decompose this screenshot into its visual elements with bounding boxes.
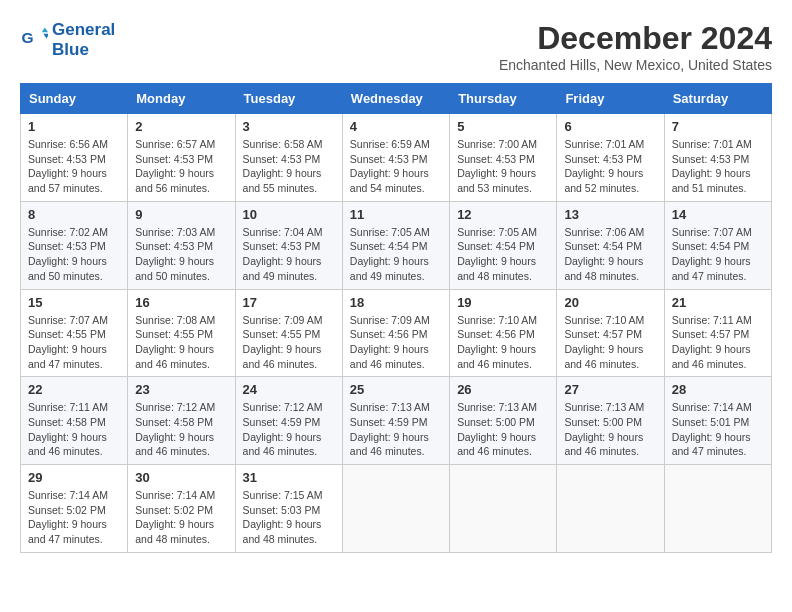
- day-detail: Sunrise: 7:13 AM Sunset: 5:00 PM Dayligh…: [457, 400, 549, 459]
- day-number: 18: [350, 295, 442, 310]
- empty-cell: [664, 465, 771, 553]
- day-detail: Sunrise: 7:03 AM Sunset: 4:53 PM Dayligh…: [135, 225, 227, 284]
- day-cell-31: 31Sunrise: 7:15 AM Sunset: 5:03 PM Dayli…: [235, 465, 342, 553]
- week-row-2: 8Sunrise: 7:02 AM Sunset: 4:53 PM Daylig…: [21, 201, 772, 289]
- day-number: 9: [135, 207, 227, 222]
- day-number: 6: [564, 119, 656, 134]
- day-detail: Sunrise: 6:56 AM Sunset: 4:53 PM Dayligh…: [28, 137, 120, 196]
- day-number: 27: [564, 382, 656, 397]
- day-cell-28: 28Sunrise: 7:14 AM Sunset: 5:01 PM Dayli…: [664, 377, 771, 465]
- day-cell-13: 13Sunrise: 7:06 AM Sunset: 4:54 PM Dayli…: [557, 201, 664, 289]
- empty-cell: [557, 465, 664, 553]
- day-number: 15: [28, 295, 120, 310]
- day-number: 10: [243, 207, 335, 222]
- day-detail: Sunrise: 7:11 AM Sunset: 4:58 PM Dayligh…: [28, 400, 120, 459]
- day-number: 12: [457, 207, 549, 222]
- day-number: 25: [350, 382, 442, 397]
- day-number: 4: [350, 119, 442, 134]
- header-wednesday: Wednesday: [342, 84, 449, 114]
- day-detail: Sunrise: 7:12 AM Sunset: 4:58 PM Dayligh…: [135, 400, 227, 459]
- day-number: 28: [672, 382, 764, 397]
- day-cell-6: 6Sunrise: 7:01 AM Sunset: 4:53 PM Daylig…: [557, 114, 664, 202]
- day-cell-18: 18Sunrise: 7:09 AM Sunset: 4:56 PM Dayli…: [342, 289, 449, 377]
- day-number: 31: [243, 470, 335, 485]
- page-header: G General Blue December 2024 Enchanted H…: [20, 20, 772, 73]
- day-number: 5: [457, 119, 549, 134]
- empty-cell: [450, 465, 557, 553]
- day-cell-1: 1Sunrise: 6:56 AM Sunset: 4:53 PM Daylig…: [21, 114, 128, 202]
- logo-text-line1: General: [52, 20, 115, 40]
- day-cell-15: 15Sunrise: 7:07 AM Sunset: 4:55 PM Dayli…: [21, 289, 128, 377]
- logo: G General Blue: [20, 20, 115, 60]
- calendar-header-row: SundayMondayTuesdayWednesdayThursdayFrid…: [21, 84, 772, 114]
- header-tuesday: Tuesday: [235, 84, 342, 114]
- location-subtitle: Enchanted Hills, New Mexico, United Stat…: [499, 57, 772, 73]
- header-friday: Friday: [557, 84, 664, 114]
- month-title: December 2024: [499, 20, 772, 57]
- day-number: 8: [28, 207, 120, 222]
- day-cell-24: 24Sunrise: 7:12 AM Sunset: 4:59 PM Dayli…: [235, 377, 342, 465]
- day-detail: Sunrise: 7:07 AM Sunset: 4:55 PM Dayligh…: [28, 313, 120, 372]
- day-cell-14: 14Sunrise: 7:07 AM Sunset: 4:54 PM Dayli…: [664, 201, 771, 289]
- day-number: 24: [243, 382, 335, 397]
- calendar-table: SundayMondayTuesdayWednesdayThursdayFrid…: [20, 83, 772, 553]
- day-detail: Sunrise: 7:05 AM Sunset: 4:54 PM Dayligh…: [457, 225, 549, 284]
- day-cell-9: 9Sunrise: 7:03 AM Sunset: 4:53 PM Daylig…: [128, 201, 235, 289]
- day-number: 21: [672, 295, 764, 310]
- day-detail: Sunrise: 7:04 AM Sunset: 4:53 PM Dayligh…: [243, 225, 335, 284]
- day-number: 20: [564, 295, 656, 310]
- day-detail: Sunrise: 7:07 AM Sunset: 4:54 PM Dayligh…: [672, 225, 764, 284]
- day-cell-4: 4Sunrise: 6:59 AM Sunset: 4:53 PM Daylig…: [342, 114, 449, 202]
- week-row-1: 1Sunrise: 6:56 AM Sunset: 4:53 PM Daylig…: [21, 114, 772, 202]
- day-number: 19: [457, 295, 549, 310]
- empty-cell: [342, 465, 449, 553]
- day-detail: Sunrise: 7:02 AM Sunset: 4:53 PM Dayligh…: [28, 225, 120, 284]
- day-cell-12: 12Sunrise: 7:05 AM Sunset: 4:54 PM Dayli…: [450, 201, 557, 289]
- week-row-4: 22Sunrise: 7:11 AM Sunset: 4:58 PM Dayli…: [21, 377, 772, 465]
- day-detail: Sunrise: 6:59 AM Sunset: 4:53 PM Dayligh…: [350, 137, 442, 196]
- day-detail: Sunrise: 7:13 AM Sunset: 5:00 PM Dayligh…: [564, 400, 656, 459]
- day-detail: Sunrise: 6:58 AM Sunset: 4:53 PM Dayligh…: [243, 137, 335, 196]
- day-cell-3: 3Sunrise: 6:58 AM Sunset: 4:53 PM Daylig…: [235, 114, 342, 202]
- svg-marker-2: [43, 34, 48, 39]
- day-cell-7: 7Sunrise: 7:01 AM Sunset: 4:53 PM Daylig…: [664, 114, 771, 202]
- day-cell-5: 5Sunrise: 7:00 AM Sunset: 4:53 PM Daylig…: [450, 114, 557, 202]
- logo-icon: G: [20, 26, 48, 54]
- day-number: 2: [135, 119, 227, 134]
- svg-text:G: G: [22, 29, 34, 46]
- day-detail: Sunrise: 7:10 AM Sunset: 4:57 PM Dayligh…: [564, 313, 656, 372]
- day-cell-11: 11Sunrise: 7:05 AM Sunset: 4:54 PM Dayli…: [342, 201, 449, 289]
- week-row-5: 29Sunrise: 7:14 AM Sunset: 5:02 PM Dayli…: [21, 465, 772, 553]
- day-detail: Sunrise: 7:14 AM Sunset: 5:02 PM Dayligh…: [135, 488, 227, 547]
- day-cell-19: 19Sunrise: 7:10 AM Sunset: 4:56 PM Dayli…: [450, 289, 557, 377]
- day-cell-27: 27Sunrise: 7:13 AM Sunset: 5:00 PM Dayli…: [557, 377, 664, 465]
- day-cell-30: 30Sunrise: 7:14 AM Sunset: 5:02 PM Dayli…: [128, 465, 235, 553]
- day-cell-23: 23Sunrise: 7:12 AM Sunset: 4:58 PM Dayli…: [128, 377, 235, 465]
- day-cell-20: 20Sunrise: 7:10 AM Sunset: 4:57 PM Dayli…: [557, 289, 664, 377]
- header-saturday: Saturday: [664, 84, 771, 114]
- day-detail: Sunrise: 7:05 AM Sunset: 4:54 PM Dayligh…: [350, 225, 442, 284]
- day-detail: Sunrise: 7:11 AM Sunset: 4:57 PM Dayligh…: [672, 313, 764, 372]
- day-detail: Sunrise: 7:08 AM Sunset: 4:55 PM Dayligh…: [135, 313, 227, 372]
- day-cell-8: 8Sunrise: 7:02 AM Sunset: 4:53 PM Daylig…: [21, 201, 128, 289]
- day-cell-17: 17Sunrise: 7:09 AM Sunset: 4:55 PM Dayli…: [235, 289, 342, 377]
- day-number: 3: [243, 119, 335, 134]
- svg-marker-1: [42, 28, 48, 33]
- day-number: 29: [28, 470, 120, 485]
- day-number: 23: [135, 382, 227, 397]
- day-detail: Sunrise: 7:13 AM Sunset: 4:59 PM Dayligh…: [350, 400, 442, 459]
- day-number: 16: [135, 295, 227, 310]
- day-number: 26: [457, 382, 549, 397]
- day-number: 14: [672, 207, 764, 222]
- day-cell-26: 26Sunrise: 7:13 AM Sunset: 5:00 PM Dayli…: [450, 377, 557, 465]
- day-detail: Sunrise: 7:06 AM Sunset: 4:54 PM Dayligh…: [564, 225, 656, 284]
- day-detail: Sunrise: 7:01 AM Sunset: 4:53 PM Dayligh…: [672, 137, 764, 196]
- day-detail: Sunrise: 7:00 AM Sunset: 4:53 PM Dayligh…: [457, 137, 549, 196]
- day-detail: Sunrise: 7:10 AM Sunset: 4:56 PM Dayligh…: [457, 313, 549, 372]
- day-cell-21: 21Sunrise: 7:11 AM Sunset: 4:57 PM Dayli…: [664, 289, 771, 377]
- day-detail: Sunrise: 7:12 AM Sunset: 4:59 PM Dayligh…: [243, 400, 335, 459]
- day-cell-16: 16Sunrise: 7:08 AM Sunset: 4:55 PM Dayli…: [128, 289, 235, 377]
- day-detail: Sunrise: 7:14 AM Sunset: 5:02 PM Dayligh…: [28, 488, 120, 547]
- day-number: 17: [243, 295, 335, 310]
- day-detail: Sunrise: 6:57 AM Sunset: 4:53 PM Dayligh…: [135, 137, 227, 196]
